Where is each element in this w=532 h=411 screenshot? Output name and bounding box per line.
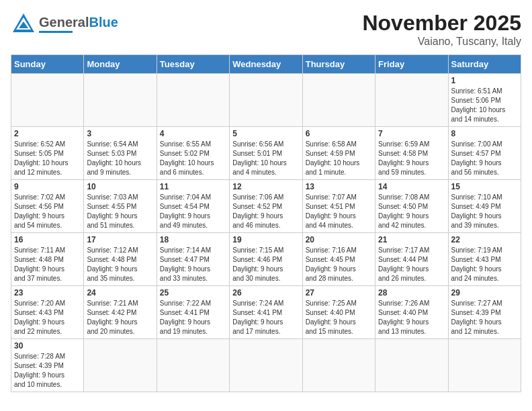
day-cell: 20Sunrise: 7:16 AM Sunset: 4:45 PM Dayli… bbox=[302, 233, 375, 286]
day-info: Sunrise: 6:56 AM Sunset: 5:01 PM Dayligh… bbox=[232, 140, 299, 177]
day-number: 14 bbox=[378, 182, 445, 191]
day-info: Sunrise: 7:17 AM Sunset: 4:44 PM Dayligh… bbox=[378, 246, 445, 283]
day-number: 20 bbox=[306, 235, 372, 244]
day-cell bbox=[84, 339, 157, 392]
day-cell bbox=[448, 339, 521, 392]
day-cell: 2Sunrise: 6:52 AM Sunset: 5:05 PM Daylig… bbox=[11, 127, 84, 180]
day-info: Sunrise: 6:51 AM Sunset: 5:06 PM Dayligh… bbox=[451, 87, 518, 124]
day-cell bbox=[375, 74, 448, 127]
day-cell: 24Sunrise: 7:21 AM Sunset: 4:42 PM Dayli… bbox=[84, 286, 157, 339]
logo-icon bbox=[11, 11, 36, 36]
day-cell: 19Sunrise: 7:15 AM Sunset: 4:46 PM Dayli… bbox=[230, 233, 302, 286]
day-info: Sunrise: 7:15 AM Sunset: 4:46 PM Dayligh… bbox=[232, 246, 299, 283]
day-info: Sunrise: 7:08 AM Sunset: 4:50 PM Dayligh… bbox=[378, 193, 445, 230]
logo-general: General bbox=[39, 15, 89, 30]
week-row-5: 23Sunrise: 7:20 AM Sunset: 4:43 PM Dayli… bbox=[11, 286, 521, 339]
day-info: Sunrise: 7:26 AM Sunset: 4:40 PM Dayligh… bbox=[378, 299, 445, 336]
day-info: Sunrise: 7:21 AM Sunset: 4:42 PM Dayligh… bbox=[87, 299, 153, 336]
day-number: 1 bbox=[451, 76, 518, 85]
day-number: 11 bbox=[160, 182, 226, 191]
day-cell: 11Sunrise: 7:04 AM Sunset: 4:54 PM Dayli… bbox=[157, 180, 229, 233]
day-number: 27 bbox=[306, 288, 372, 298]
day-number: 29 bbox=[451, 288, 518, 298]
day-number: 30 bbox=[14, 341, 81, 351]
title-area: November 2025 Vaiano, Tuscany, Italy bbox=[362, 11, 521, 48]
day-info: Sunrise: 7:10 AM Sunset: 4:49 PM Dayligh… bbox=[451, 193, 518, 230]
day-info: Sunrise: 7:12 AM Sunset: 4:48 PM Dayligh… bbox=[87, 246, 153, 283]
day-cell: 22Sunrise: 7:19 AM Sunset: 4:43 PM Dayli… bbox=[448, 233, 521, 286]
day-cell: 14Sunrise: 7:08 AM Sunset: 4:50 PM Dayli… bbox=[375, 180, 448, 233]
day-cell: 21Sunrise: 7:17 AM Sunset: 4:44 PM Dayli… bbox=[375, 233, 448, 286]
day-number: 28 bbox=[378, 288, 445, 298]
day-number: 18 bbox=[160, 235, 226, 244]
day-cell: 8Sunrise: 7:00 AM Sunset: 4:57 PM Daylig… bbox=[448, 127, 521, 180]
day-cell: 18Sunrise: 7:14 AM Sunset: 4:47 PM Dayli… bbox=[157, 233, 229, 286]
day-cell bbox=[11, 74, 84, 127]
day-number: 21 bbox=[378, 235, 445, 244]
day-cell: 12Sunrise: 7:06 AM Sunset: 4:52 PM Dayli… bbox=[230, 180, 302, 233]
day-info: Sunrise: 7:06 AM Sunset: 4:52 PM Dayligh… bbox=[232, 193, 299, 230]
day-cell: 17Sunrise: 7:12 AM Sunset: 4:48 PM Dayli… bbox=[84, 233, 157, 286]
day-cell bbox=[375, 339, 448, 392]
day-info: Sunrise: 7:11 AM Sunset: 4:48 PM Dayligh… bbox=[14, 246, 81, 283]
day-info: Sunrise: 7:03 AM Sunset: 4:55 PM Dayligh… bbox=[87, 193, 153, 230]
day-info: Sunrise: 7:16 AM Sunset: 4:45 PM Dayligh… bbox=[306, 246, 372, 283]
month-title: November 2025 bbox=[362, 11, 521, 36]
day-cell: 6Sunrise: 6:58 AM Sunset: 4:59 PM Daylig… bbox=[302, 127, 375, 180]
day-info: Sunrise: 7:02 AM Sunset: 4:56 PM Dayligh… bbox=[14, 193, 81, 230]
day-info: Sunrise: 7:00 AM Sunset: 4:57 PM Dayligh… bbox=[451, 140, 518, 177]
day-cell: 29Sunrise: 7:27 AM Sunset: 4:39 PM Dayli… bbox=[448, 286, 521, 339]
day-cell: 5Sunrise: 6:56 AM Sunset: 5:01 PM Daylig… bbox=[230, 127, 302, 180]
day-cell: 23Sunrise: 7:20 AM Sunset: 4:43 PM Dayli… bbox=[11, 286, 84, 339]
weekday-header-row: SundayMondayTuesdayWednesdayThursdayFrid… bbox=[11, 55, 521, 74]
day-number: 17 bbox=[87, 235, 153, 244]
day-cell: 4Sunrise: 6:55 AM Sunset: 5:02 PM Daylig… bbox=[157, 127, 229, 180]
day-cell: 28Sunrise: 7:26 AM Sunset: 4:40 PM Dayli… bbox=[375, 286, 448, 339]
logo-area: GeneralBlue bbox=[11, 11, 118, 36]
day-cell: 13Sunrise: 7:07 AM Sunset: 4:51 PM Dayli… bbox=[302, 180, 375, 233]
weekday-header-monday: Monday bbox=[84, 55, 157, 74]
day-info: Sunrise: 6:55 AM Sunset: 5:02 PM Dayligh… bbox=[160, 140, 226, 177]
day-number: 23 bbox=[14, 288, 81, 298]
week-row-4: 16Sunrise: 7:11 AM Sunset: 4:48 PM Dayli… bbox=[11, 233, 521, 286]
day-number: 19 bbox=[232, 235, 299, 244]
day-info: Sunrise: 7:27 AM Sunset: 4:39 PM Dayligh… bbox=[451, 299, 518, 336]
weekday-header-thursday: Thursday bbox=[302, 55, 375, 74]
page-header: GeneralBlue November 2025 Vaiano, Tuscan… bbox=[11, 11, 521, 48]
day-number: 24 bbox=[87, 288, 153, 298]
day-info: Sunrise: 7:20 AM Sunset: 4:43 PM Dayligh… bbox=[14, 299, 81, 336]
day-cell: 7Sunrise: 6:59 AM Sunset: 4:58 PM Daylig… bbox=[375, 127, 448, 180]
week-row-6: 30Sunrise: 7:28 AM Sunset: 4:39 PM Dayli… bbox=[11, 339, 521, 392]
day-cell bbox=[157, 339, 229, 392]
day-number: 25 bbox=[160, 288, 226, 298]
day-info: Sunrise: 7:24 AM Sunset: 4:41 PM Dayligh… bbox=[232, 299, 299, 336]
day-cell: 26Sunrise: 7:24 AM Sunset: 4:41 PM Dayli… bbox=[230, 286, 302, 339]
day-number: 7 bbox=[378, 129, 445, 138]
day-cell bbox=[302, 339, 375, 392]
day-number: 15 bbox=[451, 182, 518, 191]
logo-underline bbox=[39, 31, 73, 33]
day-info: Sunrise: 7:14 AM Sunset: 4:47 PM Dayligh… bbox=[160, 246, 226, 283]
day-number: 10 bbox=[87, 182, 153, 191]
day-cell bbox=[84, 74, 157, 127]
weekday-header-sunday: Sunday bbox=[11, 55, 84, 74]
day-info: Sunrise: 7:19 AM Sunset: 4:43 PM Dayligh… bbox=[451, 246, 518, 283]
calendar-table: SundayMondayTuesdayWednesdayThursdayFrid… bbox=[11, 54, 521, 392]
day-number: 5 bbox=[232, 129, 299, 138]
day-cell: 1Sunrise: 6:51 AM Sunset: 5:06 PM Daylig… bbox=[448, 74, 521, 127]
weekday-header-wednesday: Wednesday bbox=[230, 55, 302, 74]
day-info: Sunrise: 6:58 AM Sunset: 4:59 PM Dayligh… bbox=[306, 140, 372, 177]
day-info: Sunrise: 6:54 AM Sunset: 5:03 PM Dayligh… bbox=[87, 140, 153, 177]
week-row-2: 2Sunrise: 6:52 AM Sunset: 5:05 PM Daylig… bbox=[11, 127, 521, 180]
day-info: Sunrise: 6:59 AM Sunset: 4:58 PM Dayligh… bbox=[378, 140, 445, 177]
day-info: Sunrise: 7:04 AM Sunset: 4:54 PM Dayligh… bbox=[160, 193, 226, 230]
logo-blue: Blue bbox=[89, 15, 118, 30]
day-number: 13 bbox=[306, 182, 372, 191]
day-cell bbox=[230, 339, 302, 392]
day-number: 3 bbox=[87, 129, 153, 138]
day-number: 22 bbox=[451, 235, 518, 244]
day-info: Sunrise: 7:07 AM Sunset: 4:51 PM Dayligh… bbox=[306, 193, 372, 230]
day-number: 26 bbox=[232, 288, 299, 298]
day-cell: 9Sunrise: 7:02 AM Sunset: 4:56 PM Daylig… bbox=[11, 180, 84, 233]
day-number: 2 bbox=[14, 129, 81, 138]
